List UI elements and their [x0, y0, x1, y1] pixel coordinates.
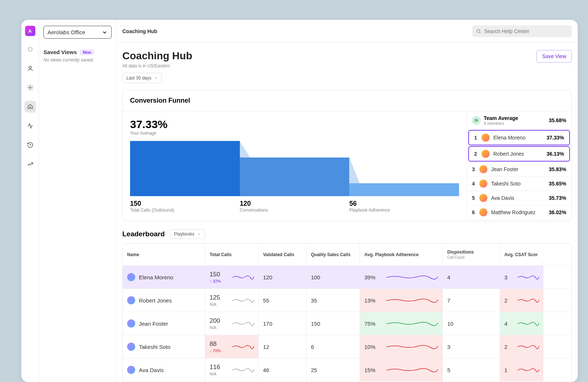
rank-value: 35.83% [549, 166, 566, 172]
cell-csat: 1 [500, 358, 543, 381]
rank-number: 3 [472, 166, 476, 172]
cell-validated: 170 [259, 312, 307, 335]
team-average-title: Team Average [484, 115, 546, 121]
save-view-button[interactable]: Save View [536, 50, 572, 63]
chevron-down-icon [197, 232, 201, 236]
rank-row[interactable]: 3Jean Foster35.83% [467, 162, 571, 177]
rank-name: Matthew Rodriguez [491, 209, 545, 215]
col-total[interactable]: Total Calls [205, 244, 259, 265]
gear-icon[interactable] [24, 82, 36, 93]
stage-name: Conversations [240, 208, 350, 213]
team-average-value: 35.68% [549, 117, 566, 123]
cell-dispositions: 3 [443, 335, 500, 358]
svg-point-0 [29, 66, 31, 68]
topbar: Coaching Hub Search Help Center [116, 20, 578, 43]
sparkline [518, 320, 539, 327]
stage-name: Total Calls (Outbound) [130, 208, 240, 213]
sparkline [232, 297, 254, 304]
team-average-sub: 9 members [484, 121, 546, 125]
cell-quality: 150 [307, 312, 360, 335]
page-title: Coaching Hub [122, 50, 192, 62]
coaching-icon[interactable] [24, 101, 36, 113]
avatar [127, 296, 135, 304]
cell-name: Elena Moreno [123, 266, 205, 289]
rank-row[interactable]: 6Matthew Rodriguez36.02% [467, 205, 571, 220]
table-row[interactable]: Elena Moreno150↑ 32%12010039%43 [123, 266, 571, 289]
sparkline [386, 367, 438, 373]
col-validated[interactable]: Validated Calls [259, 244, 307, 265]
cell-csat: 4 [500, 312, 543, 335]
rank-row[interactable]: 5Ava Davis35.73% [467, 191, 571, 205]
rank-number: 1 [474, 135, 478, 141]
funnel-chart: 37.33% Your Average 150Total Calls (Outb… [123, 112, 466, 221]
table-row[interactable]: Takeshi Soto88↓ 70%12610%32 [123, 335, 571, 358]
content: Coaching Hub All data is in US/Eastern S… [116, 43, 578, 382]
cell-name: Jean Foster [123, 312, 205, 335]
avatar [479, 208, 487, 216]
stage-name: Playbook Adherence [349, 208, 459, 213]
your-average-value: 37.33% [130, 118, 459, 131]
search-input[interactable]: Search Help Center [472, 25, 572, 37]
funnel-stage-2 [240, 158, 350, 196]
date-filter[interactable]: Last 30 days [122, 73, 162, 83]
rank-name: Elena Moreno [493, 135, 543, 141]
avatar [482, 134, 490, 142]
cell-name: Takeshi Soto [123, 335, 205, 358]
history-icon[interactable] [24, 139, 36, 151]
activity-icon[interactable] [24, 120, 36, 132]
col-adherence[interactable]: Avg. Playbook Adherence [360, 244, 443, 265]
rank-number: 6 [472, 209, 476, 215]
org-name: Aerolabs Office [48, 29, 85, 35]
chevron-down-icon [102, 29, 108, 35]
col-dispositions[interactable]: Dispositions Call Count [443, 244, 500, 265]
cell-name: Robert Jones [123, 289, 205, 312]
rank-row[interactable]: 4Takeshi Soto35.65% [467, 177, 571, 191]
cell-quality: 6 [307, 335, 360, 358]
rank-name: Takeshi Soto [491, 181, 545, 187]
cell-validated: 55 [259, 289, 307, 312]
org-selector[interactable]: Aerolabs Office [43, 26, 112, 39]
avatar [479, 165, 487, 173]
cell-validated: 46 [259, 358, 307, 381]
avatar [127, 366, 135, 374]
icon-nav: A [21, 20, 39, 382]
sparkline [232, 274, 254, 280]
col-csat[interactable]: Avg. CSAT Scor [500, 244, 543, 265]
cell-quality: 100 [307, 266, 360, 289]
saved-views: Saved Views New No views currently saved… [43, 49, 112, 63]
sidebar: Aerolabs Office Saved Views New No views… [39, 20, 116, 382]
trending-icon[interactable] [24, 158, 36, 170]
table-row[interactable]: Jean Foster200N/A17015075%104 [123, 312, 571, 335]
rank-number: 4 [472, 181, 476, 187]
person-icon[interactable] [24, 63, 36, 74]
cell-adherence: 75% [360, 312, 443, 335]
rank-name: Ava Davis [491, 195, 545, 201]
rank-row[interactable]: 2Robert Jones36.13% [468, 146, 570, 162]
col-name[interactable]: Name [123, 244, 205, 265]
table-row[interactable]: Robert Jones125N/A553513%72 [123, 289, 571, 312]
cell-adherence: 39% [360, 266, 443, 289]
table-row[interactable]: Ava Davis116N/A462515%51 [123, 358, 571, 382]
cell-dispositions: 5 [443, 358, 500, 381]
cell-quality: 25 [307, 358, 360, 381]
stage-value: 120 [240, 200, 350, 208]
cell-total: 125N/A [205, 289, 259, 312]
col-quality[interactable]: Quality Sales Calls [307, 244, 360, 265]
sparkline [232, 343, 254, 350]
stage-value: 56 [349, 200, 459, 208]
playbooks-filter[interactable]: Playbooks [170, 229, 205, 239]
sparkline [232, 320, 254, 327]
sparkle-icon[interactable] [24, 43, 36, 55]
rank-row[interactable]: 1Elena Moreno37.33% [468, 130, 570, 145]
your-average-label: Your Average [130, 131, 459, 136]
saved-views-empty: No views currently saved. [43, 57, 112, 63]
avatar [127, 273, 135, 281]
cell-total: 150↑ 32% [205, 266, 259, 289]
stage-label: 150Total Calls (Outbound) [130, 200, 240, 213]
cell-csat: 2 [500, 335, 543, 358]
stage-label: 56Playbook Adherence [349, 200, 459, 213]
avatar [479, 180, 487, 188]
team-icon [472, 116, 481, 125]
sparkline [386, 274, 438, 280]
leaderboard-table: Name Total Calls Validated Calls Quality… [122, 243, 572, 382]
